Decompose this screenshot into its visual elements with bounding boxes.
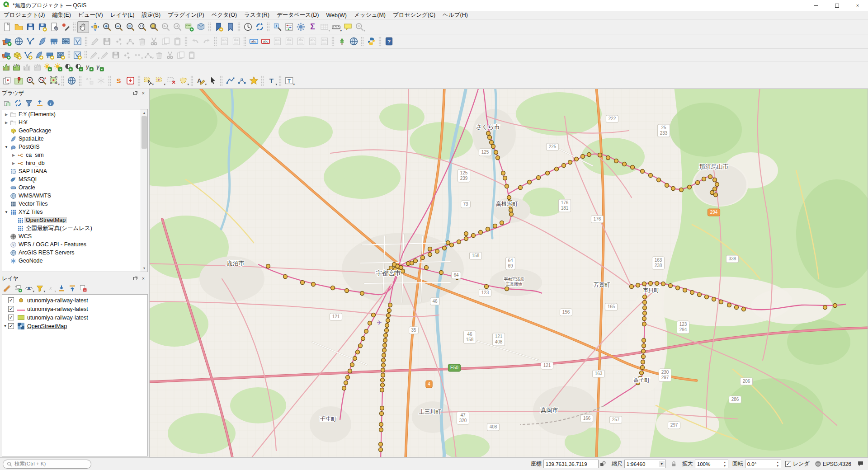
browser-item-h-[interactable]: ▶H:¥ [2,118,147,127]
copy-features-2-button[interactable] [175,50,186,61]
save-project-button[interactable] [24,21,36,33]
new-mesh-layer-button[interactable] [55,50,66,61]
toggle-editing-2-button[interactable] [99,50,110,61]
layer-item-osm[interactable]: ▼✓OpenStreetMap [2,322,147,330]
measure-line-button[interactable]: ▾ [330,21,342,33]
browser-close-button[interactable]: × [140,91,146,96]
move-label-button[interactable]: abc [295,36,307,47]
save-layer-edits-button[interactable] [101,36,113,47]
menu-1[interactable]: 編集(E) [48,11,75,19]
expander-icon[interactable]: ▼ [3,145,9,149]
toolbar-grip[interactable] [137,75,141,86]
show-spatial-bookmarks-button[interactable] [13,75,24,87]
project-properties-button[interactable] [48,21,60,33]
new-virtual-layer-button[interactable] [72,50,83,61]
deselect-all-button[interactable] [165,75,177,87]
layer-visibility-checkbox[interactable]: ✓ [8,297,14,303]
local-histogram-stretch-button[interactable] [1,62,11,72]
coordinate-capture-button[interactable]: X,Y [83,75,95,87]
cut-features-button[interactable] [148,36,160,47]
zoom-last-button[interactable] [160,21,171,33]
delete-selected-2-button[interactable] [154,50,165,61]
move-item-button[interactable] [207,75,218,87]
full-cumulative-stretch-button[interactable] [32,62,42,72]
style-manager-button[interactable] [60,21,71,33]
layer-visibility-checkbox[interactable]: ✓ [8,306,14,312]
browser-item--[interactable]: 全国最新写真(シームレス) [2,224,147,232]
open-project-button[interactable] [13,21,24,33]
toolbar-grip[interactable] [61,75,64,86]
open-data-source-manager-button[interactable] [1,36,13,47]
decrease-contrast-button[interactable] [74,62,84,72]
menu-2[interactable]: ビュー(V) [75,11,107,19]
layer-diagram-options-button[interactable]: abc [230,36,242,47]
toggle-unplaced-labels-button[interactable]: abc [259,36,271,47]
decrease-gamma-button[interactable]: γ [94,62,105,72]
select-by-polygon-button[interactable]: ▾ [177,75,189,87]
select-by-region-button[interactable]: ▾ [48,75,60,87]
temporal-navigation-plugin-button[interactable] [336,36,348,47]
add-mesh-layer-button[interactable] [60,36,71,47]
menu-12[interactable]: ヘルプ(H) [439,11,472,19]
add-delimited-text-layer-button[interactable] [48,36,60,47]
save-project-as-button[interactable] [36,21,48,33]
geocoder-search-button[interactable]: ▾ [354,21,365,33]
menu-3[interactable]: レイヤ(L) [107,11,138,19]
layer-visibility-checkbox[interactable]: ✓ [8,315,14,320]
freeze-canvas-button[interactable] [95,75,107,87]
browser-float-button[interactable] [132,91,139,96]
menu-10[interactable]: メッシュ(M) [350,11,389,19]
identify-features-button[interactable]: i [271,21,283,33]
save-edits-2-button[interactable] [110,50,121,61]
osm-flash-plugin-button[interactable] [124,75,136,87]
open-layer-styling-button[interactable] [2,283,13,294]
open-attribute-table-button[interactable]: ▾ [318,21,330,33]
browser-item-geopackage[interactable]: GeoPackage [2,127,147,135]
coordinate-input[interactable]: 139.7631,36.7119 [543,460,599,468]
increase-gamma-button[interactable]: γ [84,62,94,72]
expander-icon[interactable]: ▼ [3,210,9,214]
toolbar-grip[interactable] [73,22,76,32]
layer-item-line[interactable]: ✓utunomiya-railway-latest [2,305,147,313]
toolbar-grip[interactable] [378,37,382,47]
scale-combo[interactable]: 1:96460▼ [624,460,666,468]
browser-item-f-elements-[interactable]: ▶F:¥ (Elements) [2,110,147,118]
searx-plugin-button[interactable]: S [113,75,124,87]
refresh-browser-button[interactable] [13,98,24,108]
toolbar-grip[interactable] [237,22,241,32]
pan-to-selection-button[interactable] [89,21,101,33]
lock-scale-icon[interactable] [670,460,678,469]
expander-icon[interactable]: ▶ [3,113,9,117]
pin-unpin-labels-button[interactable]: abc [271,36,283,47]
scroll-down-icon[interactable]: ▼ [141,265,147,272]
toolbar-grip[interactable] [261,75,264,86]
delete-selected-button[interactable] [136,36,148,47]
zoom-out-button[interactable] [113,21,124,33]
browser-item-spatialite[interactable]: SpatiaLite [2,135,147,143]
form-annotation-button[interactable]: T▾ [283,75,295,87]
scroll-thumb[interactable] [142,116,147,149]
select-by-rectangle-button[interactable]: ▾ [142,75,154,87]
filter-by-expression-button[interactable]: ε▾ [45,283,56,294]
layer-item-polygon[interactable]: ✓utunomiya-railway-latest [2,313,147,322]
toolbar-grip[interactable] [108,75,111,86]
show-bookmarks-button[interactable] [224,21,236,33]
highlight-pinned-labels-button[interactable]: abc [248,36,259,47]
expand-all-button[interactable] [56,283,67,294]
menu-6[interactable]: ベクタ(O) [208,11,241,19]
python-console-button[interactable] [365,36,377,47]
processing-toolbox-button[interactable] [295,21,307,33]
paste-features-button[interactable] [171,36,183,47]
redo-button[interactable] [201,36,212,47]
browser-item-hiro-db[interactable]: ▶hiro_db [2,159,147,167]
browser-item-arcgis-rest-servers[interactable]: ArcGIS REST Servers [2,249,147,257]
toolbar-grip[interactable] [208,22,211,32]
enable-properties-widget-button[interactable]: i [45,98,56,108]
statistics-panel-button[interactable]: Σ [307,21,318,33]
add-spatialite-layer-button[interactable] [36,36,48,47]
temporal-controller-button[interactable] [242,21,254,33]
cut-features-2-button[interactable] [165,50,175,61]
stream-digitizing-button[interactable]: ▾ [132,50,143,61]
vertex-tool-all-layers-button[interactable]: ▾ [143,50,154,61]
layer-labeling-button[interactable]: A▾ [195,75,207,87]
